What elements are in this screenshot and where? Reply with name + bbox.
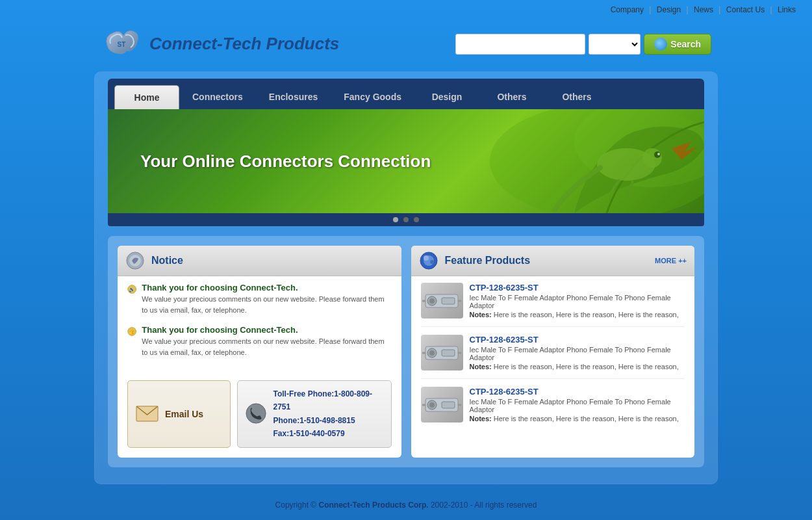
svg-point-16 [246, 404, 265, 423]
notice-item-1: 🔊 Thank you for choosing Connect-Tech. W… [127, 283, 392, 315]
topbar-link-news[interactable]: News [694, 5, 713, 14]
product-notes-1: Notes: Here is the reason, Here is the r… [470, 311, 685, 318]
notice-title: Notice [151, 255, 183, 266]
product-name-2[interactable]: CTP-128-6235-ST [470, 335, 685, 344]
sep1: | [649, 5, 651, 14]
product-notes-3: Notes: Here is the reason, Here is the r… [470, 415, 685, 422]
toll-free: Toll-Free Phone:1-800-809-2751 [273, 387, 383, 414]
product-item-1: CTP-128-6235-ST Iec Male To F Female Ada… [421, 283, 685, 327]
phone-box: Toll-Free Phone:1-800-809-2751 Phone:1-5… [237, 380, 392, 448]
fax-number: Fax:1-510-440-0579 [273, 427, 383, 440]
topbar-link-design[interactable]: Design [657, 5, 681, 14]
logo-area: ST Connect-Tech Products [101, 26, 455, 62]
product-info-3: CTP-128-6235-ST Iec Male To F Female Ada… [470, 387, 685, 422]
logo-icon: ST [101, 26, 143, 62]
feature-more[interactable]: MORE ++ [655, 257, 687, 265]
nav-item-others1[interactable]: Others [479, 85, 544, 109]
svg-text:👍: 👍 [129, 328, 135, 335]
phone-info: Toll-Free Phone:1-800-809-2751 Phone:1-5… [273, 387, 383, 441]
header: ST Connect-Tech Products Search [88, 20, 724, 72]
notes-label-2: Notes: [470, 363, 494, 370]
svg-rect-24 [442, 298, 455, 304]
email-icon [136, 406, 159, 422]
svg-rect-30 [442, 350, 455, 356]
notice-content-2: Thank you for choosing Connect-Tech. We … [142, 325, 391, 358]
product-body: CTP-128-6235-ST Iec Male To F Female Ada… [411, 276, 695, 445]
sep4: | [770, 5, 772, 14]
topbar-link-company[interactable]: Company [611, 5, 644, 14]
nav-item-connectors[interactable]: Connectors [179, 85, 256, 109]
svg-point-23 [429, 298, 435, 304]
notice-section: Notice 🔊 Thank you for choosing Connect-… [118, 246, 401, 458]
sep3: | [718, 5, 720, 14]
phone-icon [246, 402, 267, 425]
svg-point-20 [430, 260, 434, 264]
email-label: Email Us [165, 409, 203, 419]
phone-number: Phone:1-510-498-8815 [273, 414, 383, 427]
search-select[interactable] [589, 34, 641, 55]
dot-3[interactable] [414, 217, 419, 222]
dot-2[interactable] [403, 217, 409, 222]
notice-item-icon-2: 👍 [127, 325, 136, 338]
banner-dots [108, 213, 704, 226]
notes-label-1: Notes: [470, 311, 494, 318]
search-icon [654, 38, 667, 51]
search-input[interactable] [455, 34, 585, 55]
svg-point-6 [657, 153, 660, 155]
svg-point-35 [429, 402, 435, 408]
notice-text-2: We value your precious comments on our n… [142, 336, 391, 358]
notice-title-2[interactable]: Thank you for choosing Connect-Tech. [142, 325, 391, 335]
notice-body: 🔊 Thank you for choosing Connect-Tech. W… [118, 276, 401, 374]
notice-content-1: Thank you for choosing Connect-Tech. We … [142, 283, 391, 315]
contact-boxes: Email Us Toll-Free Phone:1-800-809-2751 … [127, 380, 392, 448]
feature-icon [419, 251, 438, 270]
topbar: Company | Design | News | Contact Us | L… [0, 0, 812, 20]
product-desc-2: Iec Male To F Female Adaptor Phono Femal… [470, 346, 685, 361]
product-thumb-2 [421, 335, 463, 370]
nav-item-design[interactable]: Design [414, 85, 479, 109]
notice-title-1[interactable]: Thank you for choosing Connect-Tech. [142, 283, 391, 292]
product-name-3[interactable]: CTP-128-6235-ST [470, 387, 685, 396]
topbar-link-contact[interactable]: Contact Us [726, 5, 765, 14]
email-box[interactable]: Email Us [127, 380, 231, 448]
svg-text:ST: ST [118, 41, 126, 48]
nav-item-fancy-goods[interactable]: Fancy Goods [331, 85, 414, 109]
svg-point-19 [424, 255, 429, 261]
search-button[interactable]: Search [644, 34, 711, 55]
nav-wrapper: Home Connectors Enclosures Fancy Goods D… [108, 79, 704, 109]
logo-text: Connect-Tech Products [149, 34, 339, 54]
notice-text-1: We value your precious comments on our n… [142, 294, 391, 315]
nav-item-enclosures[interactable]: Enclosures [256, 85, 331, 109]
notes-label-3: Notes: [470, 415, 494, 422]
nav-item-home[interactable]: Home [114, 85, 179, 109]
feature-title: Feature Products [445, 255, 531, 266]
notice-header: Notice [118, 246, 401, 276]
sep2: | [687, 5, 689, 14]
product-thumb-3 [421, 387, 463, 422]
notice-item-2: 👍 Thank you for choosing Connect-Tech. W… [127, 325, 392, 358]
product-info-1: CTP-128-6235-ST Iec Male To F Female Ada… [470, 283, 685, 318]
topbar-link-links[interactable]: Links [778, 5, 796, 14]
banner: Your Online Connectors Connection [108, 109, 704, 213]
content-area: Notice 🔊 Thank you for choosing Connect-… [108, 236, 704, 467]
footer: Copyright © Connect-Tech Products Corp. … [88, 491, 724, 519]
main-card: Home Connectors Enclosures Fancy Goods D… [94, 72, 718, 484]
search-label: Search [670, 39, 701, 49]
product-item-3: CTP-128-6235-ST Iec Male To F Female Ada… [421, 387, 685, 430]
product-desc-1: Iec Male To F Female Adaptor Phono Femal… [470, 294, 685, 309]
search-area: Search [455, 34, 711, 55]
banner-text: Your Online Connectors Connection [108, 151, 431, 172]
product-item-2: CTP-128-6235-ST Iec Male To F Female Ada… [421, 335, 685, 379]
product-name-1[interactable]: CTP-128-6235-ST [470, 283, 685, 292]
nav-item-others2[interactable]: Others [544, 85, 609, 109]
notice-icon [125, 251, 145, 270]
svg-point-4 [642, 148, 662, 168]
notice-item-icon-1: 🔊 [127, 283, 136, 296]
dot-1[interactable] [393, 217, 398, 222]
svg-text:🔊: 🔊 [129, 286, 135, 292]
svg-rect-36 [442, 402, 455, 408]
product-desc-3: Iec Male To F Female Adaptor Phono Femal… [470, 398, 685, 413]
feature-section: Feature Products MORE ++ [411, 246, 695, 458]
svg-point-29 [429, 350, 435, 356]
feature-header: Feature Products MORE ++ [411, 246, 695, 276]
